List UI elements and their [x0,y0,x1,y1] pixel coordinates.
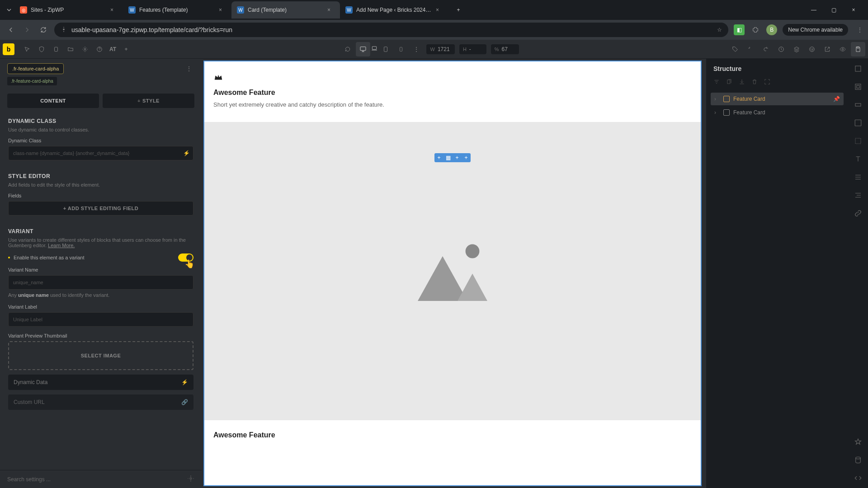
laptop-view-icon[interactable] [371,45,377,53]
width-field[interactable]: W 1721 [426,44,454,54]
minimize-button[interactable]: — [808,7,819,13]
canvas[interactable]: Awesome Feature Short yet extremely crea… [203,61,702,486]
app-logo[interactable]: b [3,43,14,55]
action-extra-icon[interactable]: + [462,153,471,162]
add-style-field-button[interactable]: + ADD STYLE EDITING FIELD [8,201,193,216]
rail-right-align-icon[interactable] [853,190,863,201]
settings-gear-icon[interactable] [187,475,194,483]
rail-link-icon[interactable] [853,208,863,219]
site-info-icon[interactable] [61,26,67,34]
tablet-view-icon[interactable] [378,42,393,56]
height-field[interactable]: H - [459,44,486,54]
rail-text-icon[interactable] [853,154,863,164]
custom-url-row[interactable]: Custom URL 🔗 [8,394,193,410]
folder-icon[interactable] [63,42,78,56]
help-icon[interactable] [92,42,107,56]
variant-name-input[interactable] [8,275,193,290]
update-chrome-button[interactable]: New Chrome available [783,24,848,36]
bolt-icon: ⚡ [181,379,188,385]
class-chip[interactable]: .fr-feature-card-alpha [7,63,64,74]
browser-tab-2[interactable]: W Card (Template) × [231,1,340,19]
zoom-field[interactable]: % 67 [491,44,519,54]
settings-icon[interactable] [78,42,92,56]
tag-icon[interactable] [728,42,742,56]
tab-style[interactable]: +STYLE [103,94,194,108]
rail-code-icon[interactable] [853,473,863,483]
url-text: usable-upasana-7ge.zipwp.top/template/ca… [71,26,712,33]
layers-icon[interactable] [789,42,804,56]
shield-icon[interactable] [34,42,49,56]
tab-close-icon[interactable]: × [110,7,118,13]
rail-db-icon[interactable] [853,455,863,465]
tab-close-icon[interactable]: × [327,7,335,13]
action-add-icon[interactable]: + [434,153,443,162]
undo-icon[interactable] [743,42,758,56]
extension-icon[interactable]: ◧ [734,24,745,35]
sub-class-chip[interactable]: .fr-feature-card-alpha [7,77,57,85]
save-icon[interactable] [851,42,865,56]
learn-more-link[interactable]: Learn More. [48,243,75,248]
browser-tab-1[interactable]: W Features (Template) × [123,1,231,19]
redo-icon[interactable] [759,42,773,56]
cursor-tool-icon[interactable] [20,42,34,56]
bolt-icon[interactable]: ⚡ [183,150,190,156]
preview-icon[interactable] [835,42,850,56]
chevron-right-icon[interactable]: › [714,96,720,102]
class-menu-icon[interactable]: ⋮ [184,66,194,72]
chevron-right-icon[interactable]: › [714,109,720,116]
bookmark-icon[interactable]: ☆ [717,27,722,33]
tree-item-feature-card-2[interactable]: › Feature Card [711,106,844,119]
dynamic-data-row[interactable]: Dynamic Data ⚡ [8,375,193,390]
rail-container-icon[interactable] [853,81,863,92]
rail-list-icon[interactable] [853,172,863,183]
browser-menu-icon[interactable]: ⋮ [857,27,863,33]
rail-card-icon[interactable] [853,136,863,146]
rail-div-icon[interactable] [853,117,863,128]
dynamic-class-input[interactable] [8,146,193,160]
refresh-canvas-icon[interactable] [340,42,355,56]
browser-tab-3[interactable]: W Add New Page ‹ Bricks 2024 — × [340,1,448,19]
maximize-button[interactable]: ▢ [828,7,839,13]
at-label[interactable]: AT [109,46,116,52]
rail-section-icon[interactable] [853,63,863,74]
forward-button[interactable] [22,24,33,35]
desktop-view-icon[interactable] [356,42,370,56]
extensions-menu-icon[interactable] [750,24,761,35]
mobile-view-icon[interactable] [394,42,408,56]
external-link-icon[interactable] [820,42,835,56]
url-bar[interactable]: usable-upasana-7ge.zipwp.top/template/ca… [54,23,728,37]
tab-close-icon[interactable]: × [436,7,443,13]
tab-content[interactable]: CONTENT [7,94,99,108]
more-breakpoints-icon[interactable]: ⋮ [409,42,424,56]
feature-card-1[interactable]: Awesome Feature Short yet extremely crea… [204,61,701,122]
search-settings-input[interactable] [7,476,187,483]
variant-label-input[interactable] [8,312,193,327]
copy-icon[interactable] [726,79,733,86]
download-icon[interactable] [739,79,746,86]
action-plus-icon[interactable]: + [453,153,462,162]
expand-icon[interactable] [764,79,771,86]
enable-variant-toggle[interactable]: 👆 [178,253,193,262]
rail-star-icon[interactable] [853,436,863,447]
placeholder-image[interactable] [204,122,701,420]
action-duplicate-icon[interactable]: ▦ [443,153,453,162]
select-image-button[interactable]: SELECT IMAGE [8,341,193,370]
tabs-dropdown-icon[interactable] [4,5,14,15]
browser-tab-0[interactable]: ◎ Sites - ZipWP × [14,1,123,19]
clipboard-icon[interactable] [49,42,63,56]
close-button[interactable]: × [848,7,859,13]
filter-icon[interactable] [713,79,721,86]
feature-card-2[interactable]: Awesome Feature [204,420,701,455]
wordpress-icon[interactable] [805,42,819,56]
rail-block-icon[interactable] [853,99,863,110]
reload-button[interactable] [38,24,49,35]
history-icon[interactable] [774,42,788,56]
pin-icon[interactable]: 📌 [833,96,840,102]
new-tab-button[interactable]: + [452,4,465,16]
tab-close-icon[interactable]: × [219,7,226,13]
tree-item-feature-card-1[interactable]: › Feature Card 📌 [711,93,844,105]
profile-avatar[interactable]: B [766,24,777,35]
back-button[interactable] [5,24,16,35]
add-icon[interactable]: + [119,42,133,56]
trash-icon[interactable] [751,79,759,86]
